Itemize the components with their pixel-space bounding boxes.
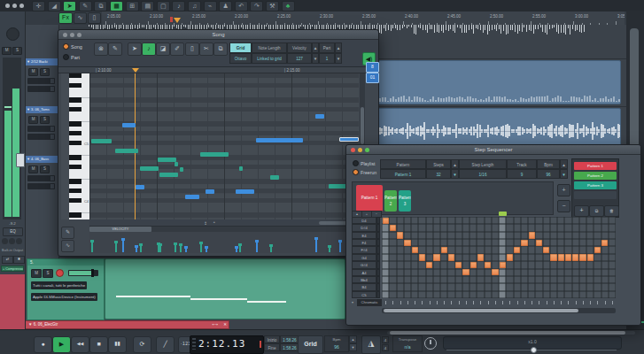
step-cell[interactable] <box>469 232 477 239</box>
midi-note[interactable] <box>159 173 178 177</box>
black-key[interactable] <box>69 198 81 203</box>
note-length-value[interactable]: Linked to grid <box>252 53 287 64</box>
step-cell-active[interactable] <box>587 254 594 260</box>
step-cell[interactable] <box>418 283 425 290</box>
midi-part[interactable] <box>105 258 345 319</box>
step-cell[interactable] <box>455 254 462 261</box>
step-cell[interactable] <box>564 276 571 283</box>
step-cell[interactable] <box>601 283 609 290</box>
step-cell[interactable] <box>411 254 418 261</box>
step-cell[interactable] <box>609 283 616 290</box>
track-solo-button[interactable]: S <box>40 165 50 173</box>
sq-horizontal-scrollbar[interactable] <box>382 308 616 313</box>
controller-line-button[interactable]: ∿ <box>61 240 74 252</box>
midi-note[interactable] <box>270 175 279 180</box>
step-cell[interactable] <box>564 291 571 298</box>
step-cell-active[interactable] <box>521 240 527 246</box>
loop-button[interactable]: ⟳ <box>133 336 151 353</box>
pr-ruler[interactable]: | 2:10.00| 2:15.00 <box>58 67 378 73</box>
step-cell[interactable] <box>521 261 528 268</box>
step-cell[interactable] <box>543 269 550 276</box>
pr-horizontal-scrollbar[interactable] <box>319 221 348 225</box>
track-pan-field[interactable] <box>27 134 55 140</box>
step-cell[interactable] <box>535 283 542 290</box>
black-key[interactable] <box>69 179 81 183</box>
step-cell[interactable] <box>455 246 462 253</box>
step-cell[interactable] <box>492 254 499 261</box>
step-cell[interactable] <box>485 232 492 239</box>
pr-playhead-flag-icon[interactable] <box>132 68 139 73</box>
step-cell-active[interactable] <box>558 254 564 260</box>
step-row-label[interactable]: F4 <box>352 239 376 246</box>
step-cell[interactable] <box>426 283 433 290</box>
step-velocity-mark[interactable] <box>547 301 547 304</box>
end-value[interactable]: 1:58.26 <box>280 343 299 351</box>
step-cell[interactable] <box>528 261 535 268</box>
step-cell[interactable] <box>462 261 469 268</box>
step-cell[interactable] <box>469 291 477 298</box>
part-header[interactable]: Part <box>319 42 335 53</box>
step-cell[interactable] <box>477 232 484 239</box>
midi-note[interactable] <box>91 139 112 143</box>
step-row-label[interactable]: G4 <box>352 254 376 261</box>
step-cell[interactable] <box>477 246 484 253</box>
step-cell[interactable] <box>462 217 469 224</box>
sq-param-header[interactable]: Track <box>507 159 537 169</box>
step-cell[interactable] <box>389 291 396 298</box>
step-cell[interactable] <box>514 217 521 224</box>
step-velocity-mark[interactable] <box>451 301 452 304</box>
step-cell[interactable] <box>506 246 513 253</box>
part-value[interactable]: 1 <box>319 53 335 64</box>
step-cell-active[interactable] <box>397 232 403 238</box>
mixer-solo-button[interactable]: S <box>12 47 22 55</box>
track-volume-slider[interactable] <box>68 270 98 276</box>
step-cell-active[interactable] <box>404 240 410 246</box>
step-cell[interactable] <box>485 254 492 261</box>
step-cell[interactable] <box>543 291 550 298</box>
step-cell[interactable] <box>514 276 521 283</box>
black-key[interactable] <box>69 121 81 126</box>
step-row-label[interactable]: B4 <box>352 283 376 290</box>
velocity-up-icon[interactable]: ▲ <box>312 42 319 53</box>
pr-minimize-icon[interactable] <box>70 33 74 37</box>
part-radio[interactable]: Part <box>63 54 80 60</box>
transpose-spinner[interactable]: Transpose n/a <box>392 335 423 352</box>
step-row-label[interactable]: A4 <box>352 269 376 276</box>
bpm-up-icon[interactable]: ▲ <box>349 335 357 343</box>
step-cell-active[interactable] <box>433 254 439 260</box>
step-cell[interactable] <box>521 224 528 231</box>
step-velocity-mark[interactable] <box>392 301 393 304</box>
step-cell-active[interactable] <box>462 269 469 275</box>
rewind-button[interactable]: ◀◀ <box>71 336 89 353</box>
grid-mode-value[interactable]: Ottavo <box>229 53 252 64</box>
step-cell[interactable] <box>543 217 550 224</box>
step-cell[interactable] <box>426 232 433 239</box>
step-cell[interactable] <box>462 283 469 290</box>
step-cell[interactable] <box>389 283 396 290</box>
step-cell[interactable] <box>440 232 447 239</box>
step-cell[interactable] <box>485 283 492 290</box>
playlist-radio[interactable]: Playlist <box>353 160 375 166</box>
velocity-stem[interactable] <box>206 246 207 252</box>
step-cell[interactable] <box>447 217 454 224</box>
midi-note[interactable] <box>206 189 214 194</box>
step-cell[interactable] <box>579 269 586 276</box>
step-cell[interactable] <box>535 246 542 253</box>
step-cell-active[interactable] <box>500 262 506 268</box>
piano-keys[interactable]: C5C4 <box>69 73 89 219</box>
speaker-icon[interactable]: ♪ <box>172 1 185 12</box>
sq-param-header[interactable]: Step Length <box>459 159 507 169</box>
track-mute-button[interactable]: M <box>28 165 38 173</box>
velocity-stem[interactable] <box>180 243 182 252</box>
sq-zoom-icon[interactable] <box>365 148 369 152</box>
step-cell[interactable] <box>535 224 542 231</box>
audio-part-2[interactable] <box>376 60 621 104</box>
step-cell[interactable] <box>557 217 564 224</box>
step-cell[interactable] <box>514 269 521 276</box>
step-cell[interactable] <box>477 283 484 290</box>
step-cell[interactable] <box>586 246 594 253</box>
plug-icon[interactable]: ⌁ <box>204 1 217 12</box>
pattern-list-empty-slot[interactable] <box>574 191 617 199</box>
step-cell-active[interactable] <box>601 240 608 246</box>
step-cell[interactable] <box>550 232 557 239</box>
